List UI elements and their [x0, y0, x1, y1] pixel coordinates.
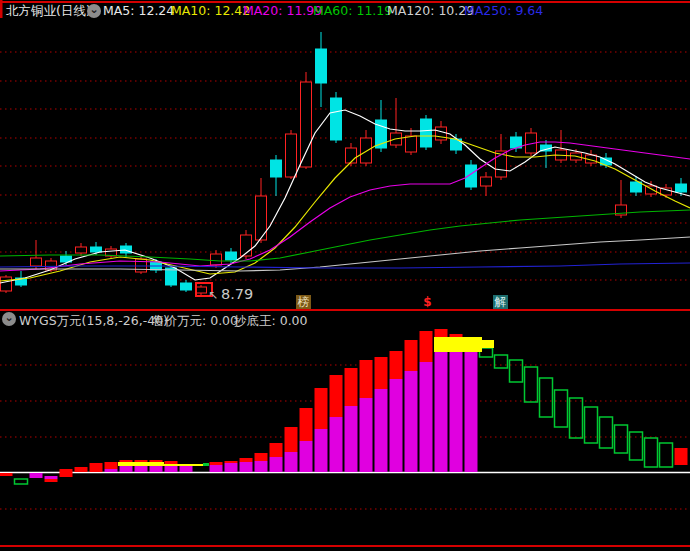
indicator-title: WYGS万元(15,8,-26,-40): [19, 313, 168, 328]
ma120-readout: MA120: 10.29: [387, 3, 474, 18]
ma5-readout: MA5: 12.24: [103, 3, 174, 18]
watermark-dollar-button[interactable]: $: [420, 295, 435, 309]
ma250-readout: MA250: 9.64: [464, 3, 543, 18]
chevron-down-icon[interactable]: ⌄: [2, 312, 16, 326]
chevron-down-icon[interactable]: ⌄: [87, 4, 101, 18]
chart-canvas[interactable]: [0, 0, 690, 551]
indicator-field-shoujia: 售价万元: 0.00: [152, 313, 238, 328]
watermark-jie-button[interactable]: 解: [493, 295, 508, 309]
stock-app-window: 北方铜业(日线) ⌄ MA5: 12.24 MA10: 12.42 MA20: …: [0, 0, 690, 551]
indicator-field-chaodiwang: 抄底王: 0.00: [234, 313, 308, 328]
signal-price-label: 8.79: [221, 286, 253, 302]
page-title: 北方铜业(日线): [6, 3, 91, 18]
ma10-readout: MA10: 12.42: [171, 3, 250, 18]
signal-arrow-icon: ↖: [208, 288, 218, 302]
watermark-bang-button[interactable]: 榜: [296, 295, 311, 309]
ma20-readout: MA20: 11.99: [243, 3, 322, 18]
ma60-readout: MA60: 11.19: [313, 3, 392, 18]
